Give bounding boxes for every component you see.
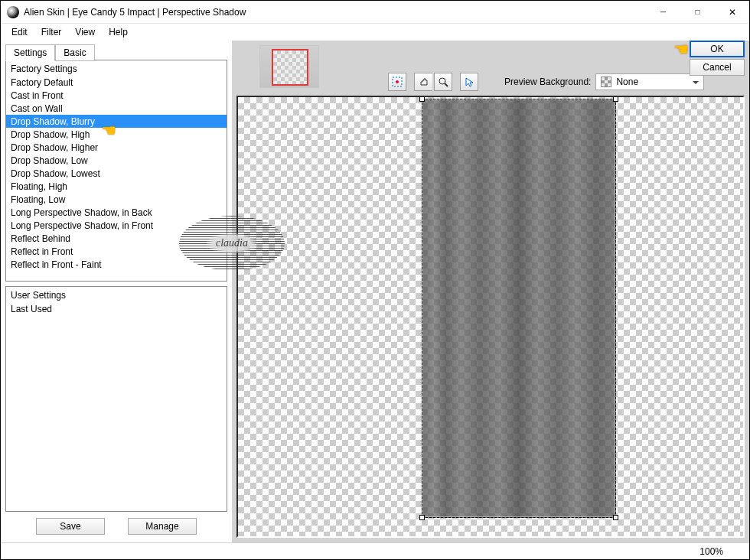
resize-handle-ne[interactable] <box>613 96 618 102</box>
resize-handle-nw[interactable] <box>419 96 425 102</box>
zoom-tool-icon[interactable] <box>434 73 452 91</box>
pointer-tool-icon[interactable] <box>460 73 478 91</box>
app-icon <box>7 6 19 18</box>
save-button[interactable]: Save <box>36 518 105 535</box>
factory-item[interactable]: Reflect in Front - Faint <box>6 258 227 271</box>
preview-background-select[interactable]: None <box>595 73 704 90</box>
maximize-button[interactable]: □ <box>680 1 715 24</box>
right-panel: Preview Background: None OK Cancel <box>232 41 749 542</box>
menu-help[interactable]: Help <box>104 25 132 39</box>
marquee-tool-icon[interactable] <box>388 73 406 91</box>
preview-background-label: Preview Background: <box>504 77 591 87</box>
manage-button[interactable]: Manage <box>128 518 197 535</box>
factory-item[interactable]: Drop Shadow, Lowest <box>6 167 227 180</box>
tab-settings[interactable]: Settings <box>5 44 55 61</box>
factory-item[interactable]: Long Perspective Shadow, in Front <box>6 219 227 232</box>
factory-item[interactable]: Factory Default <box>6 76 227 89</box>
factory-item[interactable]: Drop Shadow, Blurry <box>6 115 227 128</box>
factory-item[interactable]: Reflect Behind <box>6 232 227 245</box>
status-bar: 100% <box>1 542 749 559</box>
menu-view[interactable]: View <box>70 25 99 39</box>
hand-tool-icon[interactable] <box>414 73 432 91</box>
factory-item[interactable]: Drop Shadow, Higher <box>6 141 227 154</box>
preview-background-value: None <box>616 77 638 87</box>
zoom-level: 100% <box>699 546 723 557</box>
resize-handle-se[interactable] <box>613 515 618 520</box>
factory-item[interactable]: Drop Shadow, Low <box>6 154 227 167</box>
cancel-button[interactable]: Cancel <box>690 59 745 76</box>
minimize-button[interactable]: ─ <box>646 1 680 24</box>
content-area: Settings Basic Factory Settings Factory … <box>1 41 749 542</box>
preview-thumbnail-strip[interactable] <box>259 45 319 88</box>
titlebar: Alien Skin | Eye Candy 5 Impact | Perspe… <box>1 1 749 24</box>
user-settings-header: User Settings <box>6 288 227 302</box>
preview-canvas[interactable] <box>236 96 745 538</box>
svg-line-3 <box>445 83 448 86</box>
preview-toolbar: Preview Background: None <box>388 73 704 91</box>
svg-point-1 <box>396 80 399 83</box>
settings-tabs: Settings Basic <box>5 44 227 60</box>
factory-item[interactable]: Drop Shadow, High <box>6 128 227 141</box>
tab-basic[interactable]: Basic <box>55 44 94 61</box>
menu-edit[interactable]: Edit <box>7 25 32 39</box>
menubar: Edit Filter View Help <box>1 24 749 41</box>
resize-handle-sw[interactable] <box>419 515 425 520</box>
window-title: Alien Skin | Eye Candy 5 Impact | Perspe… <box>24 6 646 18</box>
factory-settings-header: Factory Settings <box>6 62 227 76</box>
menu-filter[interactable]: Filter <box>37 25 67 39</box>
preview-toolbar-row: Preview Background: None <box>232 41 749 96</box>
user-item[interactable]: Last Used <box>6 302 227 315</box>
ok-button[interactable]: OK <box>690 41 745 57</box>
factory-item[interactable]: Cast on Wall <box>6 102 227 115</box>
svg-point-2 <box>439 78 445 84</box>
transparency-swatch-icon <box>601 77 611 87</box>
factory-settings-list[interactable]: Factory Settings Factory DefaultCast in … <box>5 60 227 282</box>
factory-item[interactable]: Long Perspective Shadow, in Back <box>6 206 227 219</box>
factory-item[interactable]: Floating, High <box>6 180 227 193</box>
ok-cancel-group: OK Cancel <box>690 41 745 76</box>
preview-thumbnail-selected[interactable] <box>272 49 308 86</box>
save-manage-row: Save Manage <box>5 512 227 538</box>
left-panel: Settings Basic Factory Settings Factory … <box>1 41 232 542</box>
factory-item[interactable]: Floating, Low <box>6 193 227 206</box>
close-button[interactable]: ✕ <box>715 1 749 24</box>
factory-item[interactable]: Reflect in Front <box>6 245 227 258</box>
factory-item[interactable]: Cast in Front <box>6 89 227 102</box>
preview-object[interactable] <box>422 99 616 518</box>
user-settings-list[interactable]: User Settings Last Used <box>5 286 227 512</box>
